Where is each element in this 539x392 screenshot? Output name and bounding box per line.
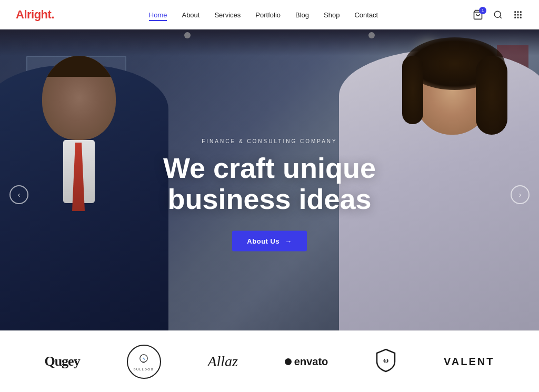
nav-list: Home About Services Portfolio Blog Shop … (149, 10, 378, 19)
carousel-prev-button[interactable]: ‹ (9, 185, 28, 204)
carousel-dot-1[interactable] (260, 346, 264, 350)
svg-rect-3 (517, 11, 519, 13)
bulldog-text: BULLDOG (133, 368, 154, 371)
hero-cta-button[interactable]: About Us → (232, 230, 306, 251)
svg-text:🐾: 🐾 (143, 357, 146, 360)
brand-logo-valent[interactable]: VALENT (444, 356, 495, 368)
nav-item-contact[interactable]: Contact (354, 10, 378, 19)
hero-title: We craft unique business ideas (163, 153, 376, 215)
prev-arrow-icon: ‹ (18, 190, 21, 199)
svg-rect-10 (520, 16, 522, 18)
person-left-hair (42, 56, 116, 77)
nav-item-services[interactable]: Services (214, 10, 241, 19)
svg-rect-2 (514, 11, 516, 13)
next-arrow-icon: › (519, 190, 522, 199)
carousel-dots (260, 346, 279, 350)
svg-rect-4 (520, 11, 522, 13)
logo-text: Alright (16, 8, 51, 21)
hero-cta-arrow: → (285, 237, 292, 245)
hero-section: Finance & Consulting Company We craft un… (0, 29, 539, 360)
nav-item-blog[interactable]: Blog (295, 10, 309, 19)
bulldog-logo-icon: 🐾 (136, 352, 152, 368)
search-icon (493, 10, 503, 19)
brand-logo-qugey[interactable]: Qugey (44, 354, 79, 369)
svg-rect-7 (520, 14, 522, 15)
nav-item-shop[interactable]: Shop (324, 10, 340, 19)
hero-title-line1: We craft unique (163, 152, 376, 184)
nav-item-portfolio[interactable]: Portfolio (255, 10, 281, 19)
envato-dot-icon (285, 358, 292, 365)
shield-logo-icon: ω (375, 348, 397, 373)
header-actions: 1 (473, 9, 523, 20)
header: Alright. Home About Services Portfolio B… (0, 0, 539, 29)
hero-content: Finance & Consulting Company We craft un… (163, 138, 376, 252)
svg-rect-9 (517, 16, 519, 18)
svg-rect-5 (514, 14, 516, 15)
carousel-dot-2[interactable] (267, 346, 272, 350)
person-left-head (42, 56, 116, 140)
carousel-next-button[interactable]: › (511, 185, 530, 204)
nav-item-home[interactable]: Home (149, 10, 167, 19)
grid-icon (513, 10, 523, 19)
brand-logo-envato[interactable]: envato (285, 356, 328, 368)
nav-item-about[interactable]: About (182, 10, 199, 19)
person-right-head (413, 45, 492, 135)
brand-logo-allaz[interactable]: Allaz (207, 353, 238, 370)
cart-badge: 1 (479, 7, 486, 14)
svg-text:ω: ω (383, 356, 388, 364)
svg-rect-6 (517, 14, 519, 15)
brand-logo-bulldog[interactable]: 🐾 BULLDOG (127, 345, 161, 379)
hero-subtitle: Finance & Consulting Company (163, 138, 376, 144)
cart-button[interactable]: 1 (473, 9, 483, 20)
carousel-dot-3[interactable] (275, 346, 279, 350)
svg-rect-8 (514, 16, 516, 18)
main-nav: Home About Services Portfolio Blog Shop … (149, 10, 378, 19)
person-right-hair-left (402, 56, 423, 124)
logos-strip: Qugey 🐾 BULLDOG Allaz envato ω VALENT (0, 330, 539, 392)
brand-logo-shield[interactable]: ω (375, 348, 397, 375)
hero-cta-label: About Us (247, 237, 280, 245)
hero-title-line2: business ideas (167, 183, 371, 215)
logo[interactable]: Alright. (16, 8, 54, 22)
person-right-hair-right (476, 56, 507, 135)
svg-point-1 (494, 11, 501, 17)
envato-label: envato (294, 356, 328, 368)
grid-menu-button[interactable] (513, 9, 523, 20)
search-button[interactable] (493, 9, 503, 20)
logo-dot: . (51, 8, 54, 21)
